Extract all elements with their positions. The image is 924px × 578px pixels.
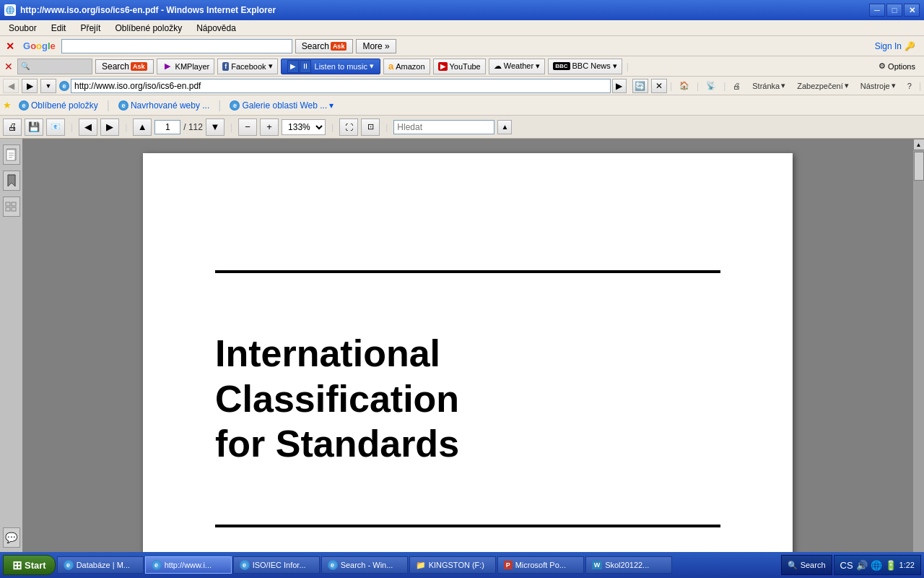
forward-button[interactable]: ▶	[22, 79, 38, 93]
help-button[interactable]: ?	[903, 80, 916, 92]
back-button[interactable]: ◀	[3, 79, 19, 93]
taskbar-search-area[interactable]: 🔍 Search	[781, 555, 832, 575]
menu-soubor[interactable]: Soubor	[3, 22, 43, 35]
taskbar-power[interactable]: 🔋	[885, 560, 897, 571]
maximize-button[interactable]: □	[886, 4, 902, 17]
scroll-up-button[interactable]: ▲	[913, 139, 925, 150]
signin-icon: 🔑	[905, 41, 915, 51]
page-menu[interactable]: Stránka ▾	[748, 79, 790, 92]
taskbar-clock[interactable]: 1:22	[899, 561, 915, 569]
sidebar-comment-icon[interactable]: 💬	[3, 527, 20, 548]
pdf-zoom-in-button[interactable]: +	[260, 118, 279, 136]
search-input-icon[interactable]: 🔍	[21, 62, 30, 70]
bbc-news-button[interactable]: BBC BBC News ▾	[548, 59, 622, 74]
pdf-mail-button[interactable]: 📧	[46, 118, 65, 136]
browser-icon	[4, 4, 16, 16]
pdf-next-page-button[interactable]: ▼	[206, 118, 225, 136]
play-pause-controls[interactable]: ▶ ⏸	[287, 60, 311, 73]
menu-prejit[interactable]: Přejít	[74, 22, 106, 35]
taskbar-item-7[interactable]: W Skol20122...	[585, 556, 672, 574]
toolbar2-close[interactable]: ✕	[3, 61, 14, 72]
pdf-zoom-select[interactable]: 133% 100% 75% 50%	[282, 119, 326, 135]
play-button[interactable]: ▶	[287, 60, 299, 73]
dropdown-button[interactable]: ▼	[40, 79, 56, 93]
pdf-page-input[interactable]	[154, 120, 180, 134]
listen-dropdown-icon[interactable]: ▾	[370, 61, 374, 71]
taskbar-label-6: Microsoft Po...	[515, 561, 566, 569]
toolbar1-close[interactable]: ✕	[3, 40, 17, 52]
facebook-button[interactable]: f Facebook ▾	[217, 59, 277, 74]
taskbar-icon-3: e	[240, 560, 250, 570]
pdf-prev-view-button[interactable]: ◀	[79, 118, 97, 136]
sidebar-bookmarks-icon[interactable]	[3, 171, 20, 191]
taskbar-lang[interactable]: CS	[840, 560, 853, 571]
pdf-find-input[interactable]	[393, 120, 494, 134]
taskbar-item-3[interactable]: e ISO/IEC Infor...	[233, 556, 320, 574]
menu-edit[interactable]: Edit	[45, 22, 72, 35]
toolbar2-search-input[interactable]	[31, 60, 89, 73]
sidebar-pages-icon[interactable]	[3, 144, 20, 165]
google-logo: Google	[20, 40, 58, 51]
taskbar-label-1: Databáze | M...	[77, 561, 130, 569]
google-search-input[interactable]	[61, 39, 292, 53]
sidebar-thumbs-icon[interactable]	[3, 197, 20, 217]
pdf-print-button[interactable]: 🖨	[3, 118, 22, 136]
options-button[interactable]: ⚙ Options	[873, 60, 921, 72]
bookmark-navrhowane[interactable]: e Navrhované weby ...	[113, 99, 215, 112]
scrollbar-right[interactable]: ▲ ▼	[912, 139, 924, 578]
tools-label: Nástroje	[860, 82, 890, 90]
amazon-button[interactable]: a Amazon	[383, 59, 430, 74]
kmplayer-icon: ▶	[162, 61, 173, 72]
bookmark-galerie-dropdown[interactable]: ▾	[329, 100, 334, 111]
weather-button[interactable]: ☁ Weather ▾	[489, 59, 545, 74]
taskbar-search-icon: 🔍	[788, 561, 798, 570]
pdf-next-view-button[interactable]: ▶	[100, 118, 119, 136]
kmplayer-button[interactable]: ▶ KMPlayer	[157, 59, 215, 74]
tools-menu[interactable]: Nástroje ▾	[856, 79, 900, 92]
taskbar-item-6[interactable]: P Microsoft Po...	[497, 556, 584, 574]
security-menu[interactable]: Zabezpečení ▾	[793, 79, 853, 92]
close-button[interactable]: ✕	[904, 4, 920, 17]
print-button[interactable]: 🖨	[728, 80, 745, 92]
pdf-prev-page-button[interactable]: ▲	[133, 118, 152, 136]
pdf-save-button[interactable]: 💾	[25, 118, 43, 136]
ask-badge: Ask	[331, 42, 347, 51]
youtube-button[interactable]: ▶ YouTube	[433, 59, 486, 74]
address-input[interactable]	[71, 79, 611, 93]
refresh-button[interactable]: 🔄	[632, 79, 648, 93]
taskbar-item-5[interactable]: 📁 KINGSTON (F:)	[409, 556, 496, 574]
toolbar2-search-button[interactable]: Search Ask	[95, 59, 154, 74]
scroll-thumb[interactable]	[914, 152, 924, 181]
taskbar-icon-6: P	[504, 561, 513, 569]
pdf-fit-button[interactable]: ⊡	[361, 118, 380, 136]
scroll-track[interactable]	[913, 150, 925, 566]
pdf-fullscreen-button[interactable]: ⛶	[339, 118, 358, 136]
pdf-find-prev-button[interactable]: ▲	[497, 120, 512, 134]
go-button[interactable]: ▶	[612, 79, 627, 93]
taskbar-item-4[interactable]: e Search - Win...	[321, 556, 408, 574]
google-more-button[interactable]: More »	[356, 39, 396, 53]
taskbar-label-7: Skol20122...	[605, 561, 649, 569]
menu-oblibene[interactable]: Oblíbené položky	[109, 22, 188, 35]
listen-to-music-button[interactable]: ▶ ⏸ Listen to music ▾	[281, 59, 380, 74]
signin-button[interactable]: Sign In 🔑	[869, 41, 921, 51]
start-button[interactable]: ⊞ Start	[3, 555, 56, 575]
google-search-button[interactable]: Search Ask	[295, 39, 354, 53]
taskbar-item-1[interactable]: e Databáze | M...	[57, 556, 144, 574]
pdf-content[interactable]: International Classification for Standar…	[23, 139, 912, 578]
bookmark-oblibene[interactable]: e Oblíbené položky	[13, 99, 104, 112]
google-toolbar: ✕ Google Search Ask More » Sign In 🔑	[0, 36, 924, 56]
menu-napoveda[interactable]: Nápověda	[191, 22, 242, 35]
taskbar-item-2[interactable]: e http://www.i...	[145, 556, 232, 574]
minimize-button[interactable]: ─	[869, 4, 885, 17]
taskbar-speaker[interactable]: 🔊	[856, 560, 868, 571]
pause-button[interactable]: ⏸	[300, 60, 311, 73]
taskbar-network[interactable]: 🌐	[871, 560, 882, 571]
pdf-zoom-out-button[interactable]: −	[238, 118, 257, 136]
rss-button[interactable]: 📡	[702, 79, 720, 92]
bookmark-galerie[interactable]: e Galerie oblasti Web ... ▾	[224, 99, 339, 112]
stop-button[interactable]: ✕	[651, 79, 667, 93]
facebook-dropdown-icon[interactable]: ▾	[269, 61, 273, 71]
home-button[interactable]: 🏠	[675, 79, 694, 92]
title-bar-buttons[interactable]: ─ □ ✕	[869, 4, 920, 17]
